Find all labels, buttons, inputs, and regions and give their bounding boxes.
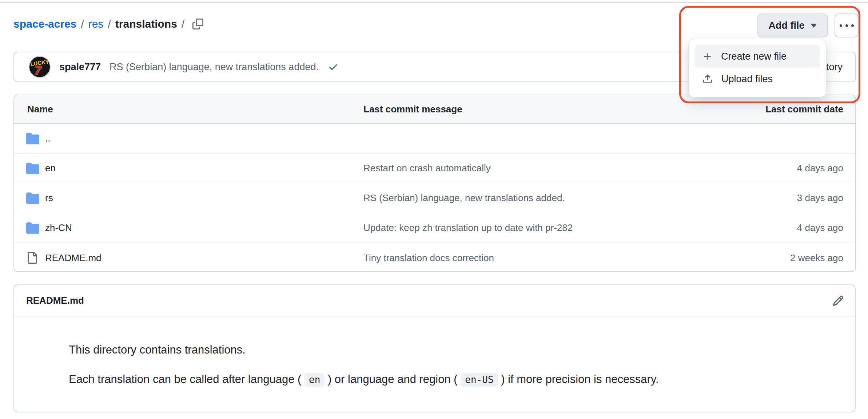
inline-code: en <box>304 373 324 387</box>
copy-icon <box>192 19 203 29</box>
breadcrumb: space-acres / res / translations / <box>13 16 204 32</box>
breadcrumb-current-dir: translations <box>115 18 177 30</box>
menu-item-create-new-file[interactable]: Create new file <box>694 45 820 68</box>
file-name-link[interactable]: en <box>45 153 56 183</box>
readme-text: Each translation can be called after lan… <box>69 373 304 386</box>
file-name-link[interactable]: rs <box>45 183 53 213</box>
file-name-link[interactable]: README.md <box>45 243 101 272</box>
readme-text: ) or language and region ( <box>324 373 461 386</box>
pencil-icon <box>832 295 844 307</box>
commit-message-link[interactable]: Restart on crash automatically <box>363 153 491 183</box>
table-row-zh-CN[interactable]: zh-CN Update: keep zh translation up to … <box>14 213 855 243</box>
check-icon <box>328 62 338 72</box>
folder-icon <box>26 124 39 153</box>
add-file-menu: Create new file Upload files <box>688 39 827 97</box>
table-row-parent-dir[interactable]: .. <box>14 124 855 153</box>
menu-item-label: Upload files <box>721 73 773 85</box>
commit-message-link[interactable]: Tiny translation docs correction <box>363 243 494 272</box>
menu-item-label: Create new file <box>721 51 787 62</box>
commit-date-cell: 4 days ago <box>797 153 843 183</box>
folder-icon <box>26 183 39 213</box>
column-header-last-commit-message: Last commit message <box>363 95 462 123</box>
file-name-link[interactable]: zh-CN <box>45 213 72 243</box>
repo-files-page: space-acres / res / translations / LUCKY… <box>0 0 868 419</box>
column-header-last-commit-date: Last commit date <box>765 95 843 123</box>
commit-message-link[interactable]: RS (Serbian) language, new translations … <box>363 183 565 213</box>
avatar[interactable]: LUCKY 7 <box>29 56 51 78</box>
column-header-name: Name <box>27 95 53 123</box>
file-name-link[interactable]: .. <box>45 124 50 153</box>
folder-icon <box>26 153 39 183</box>
commit-date-cell: 2 weeks ago <box>790 243 843 272</box>
folder-icon <box>26 213 39 243</box>
copy-path-button[interactable] <box>192 18 204 30</box>
files-table-header: Name Last commit message Last commit dat… <box>14 95 855 124</box>
breadcrumb-separator: / <box>81 18 84 30</box>
readme-section: README.md This directory contains transl… <box>13 284 856 412</box>
table-row-en[interactable]: en Restart on crash automatically 4 days… <box>14 153 855 183</box>
avatar-text: 7 <box>35 63 41 77</box>
commit-date-cell: 3 days ago <box>797 183 843 213</box>
menu-item-upload-files[interactable]: Upload files <box>694 68 820 90</box>
breadcrumb-separator: / <box>182 18 184 30</box>
file-icon <box>26 243 38 272</box>
commit-status-check[interactable] <box>328 62 338 72</box>
add-file-label: Add file <box>769 20 805 31</box>
upload-icon <box>702 74 713 84</box>
edit-readme-button[interactable] <box>832 285 844 316</box>
inline-code: en-US <box>461 373 498 387</box>
breadcrumb-res-link[interactable]: res <box>88 18 104 30</box>
commit-date-cell: 4 days ago <box>797 213 843 243</box>
more-options-button[interactable] <box>835 13 859 37</box>
commit-message-link[interactable]: Update: keep zh translation up to date w… <box>363 213 573 243</box>
readme-title: README.md <box>26 285 84 316</box>
plus-icon <box>702 52 712 61</box>
kebab-icon <box>840 24 842 27</box>
readme-content: This directory contains translations. Ea… <box>14 316 855 388</box>
commit-message-link[interactable]: RS (Serbian) language, new translations … <box>110 61 319 73</box>
readme-text: ) if more precision is necessary. <box>498 373 659 386</box>
add-file-button[interactable]: Add file <box>757 13 828 37</box>
table-row-readme[interactable]: README.md Tiny translation docs correcti… <box>14 243 855 272</box>
kebab-icon <box>851 24 854 27</box>
commit-author-link[interactable]: spale777 <box>59 61 101 73</box>
breadcrumb-repo-link[interactable]: space-acres <box>13 18 76 30</box>
readme-paragraph: Each translation can be called after lan… <box>69 371 833 388</box>
kebab-icon <box>845 24 848 27</box>
caret-down-icon <box>811 24 817 28</box>
files-table: Name Last commit message Last commit dat… <box>13 95 856 272</box>
readme-paragraph: This directory contains translations. <box>69 342 833 358</box>
top-divider <box>0 2 868 3</box>
table-row-rs[interactable]: rs RS (Serbian) language, new translatio… <box>14 183 855 213</box>
breadcrumb-separator: / <box>108 18 111 30</box>
readme-header: README.md <box>14 285 855 316</box>
